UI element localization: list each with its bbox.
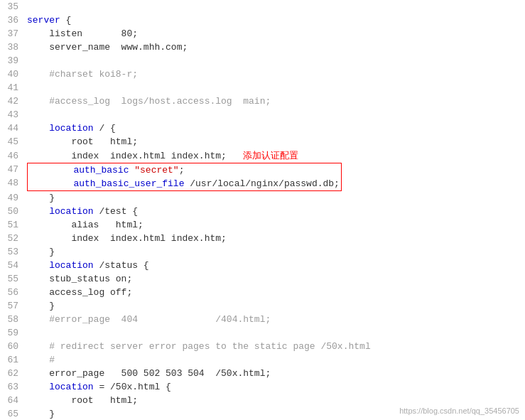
line-num-37: 37 bbox=[0, 27, 27, 41]
line-num-45: 45 bbox=[0, 135, 27, 149]
line-num-44: 44 bbox=[0, 122, 27, 135]
code-line-58: 58 #error_page 404 /404.html; bbox=[0, 313, 525, 326]
code-line-56: 56 access_log off; bbox=[0, 286, 525, 299]
line-content-64: root html; bbox=[27, 394, 525, 407]
boxed-lines-container: 47 48 auth_basic "secret"; auth_basic_us… bbox=[0, 163, 525, 191]
line-num-40: 40 bbox=[0, 68, 27, 81]
line-num-61: 61 bbox=[0, 353, 27, 367]
code-line-40: 40 #charset koi8-r; bbox=[0, 68, 525, 81]
code-line-57: 57 } bbox=[0, 299, 525, 313]
code-line-num-48: 48 bbox=[0, 176, 27, 190]
line-content-53: } bbox=[27, 245, 525, 259]
line-num-52: 52 bbox=[0, 232, 27, 245]
line-num-51: 51 bbox=[0, 218, 27, 232]
line-content-58: #error_page 404 /404.html; bbox=[27, 313, 525, 326]
watermark: https://blog.csdn.net/qq_35456705 bbox=[399, 406, 519, 415]
line-num-50: 50 bbox=[0, 205, 27, 218]
code-line-52: 52 index index.html index.htm; bbox=[0, 232, 525, 245]
line-num-65: 65 bbox=[0, 407, 27, 420]
code-line-50: 50 location /test { bbox=[0, 205, 525, 218]
line-content-37: listen 80; bbox=[27, 27, 525, 41]
code-line-46: 46 index index.html index.htm; 添加认证配置 bbox=[0, 149, 525, 163]
line-num-46: 46 bbox=[0, 149, 27, 163]
code-line-59: 59 bbox=[0, 326, 525, 340]
line-content-63: location = /50x.html { bbox=[27, 380, 525, 394]
code-container: 35 36 server { 37 listen 80; 38 server_n… bbox=[0, 0, 525, 420]
line-num-58: 58 bbox=[0, 313, 27, 326]
line-content-45: root html; bbox=[27, 135, 525, 149]
line-num-63: 63 bbox=[0, 380, 27, 394]
code-line-41: 41 bbox=[0, 81, 525, 95]
line-num-55: 55 bbox=[0, 272, 27, 286]
code-line-62: 62 error_page 500 502 503 504 /50x.html; bbox=[0, 367, 525, 380]
line-content-40: #charset koi8-r; bbox=[27, 68, 525, 81]
line-content-38: server_name www.mhh.com; bbox=[27, 41, 525, 54]
line-num-60: 60 bbox=[0, 340, 27, 353]
code-line-49: 49 } bbox=[0, 191, 525, 205]
line-num-49: 49 bbox=[0, 191, 27, 205]
line-num-62: 62 bbox=[0, 367, 27, 380]
annotation-text: 添加认证配置 bbox=[243, 150, 298, 161]
line-num-42: 42 bbox=[0, 95, 27, 108]
line-num-54: 54 bbox=[0, 259, 27, 272]
code-line-42: 42 #access_log logs/host.access.log main… bbox=[0, 95, 525, 108]
line-num-57: 57 bbox=[0, 299, 27, 313]
line-content-50: location /test { bbox=[27, 205, 525, 218]
code-line-55: 55 stub_status on; bbox=[0, 272, 525, 286]
code-line-51: 51 alias html; bbox=[0, 218, 525, 232]
line-content-48: auth_basic_user_file /usr/local/nginx/pa… bbox=[29, 177, 340, 190]
line-content-61: # bbox=[27, 353, 525, 367]
code-line-53: 53 } bbox=[0, 245, 525, 259]
line-num-64: 64 bbox=[0, 394, 27, 407]
line-numbers-47-48: 47 48 bbox=[0, 163, 27, 190]
code-line-64: 64 root html; bbox=[0, 394, 525, 407]
line-num-39: 39 bbox=[0, 54, 27, 68]
line-content-49: } bbox=[27, 191, 525, 205]
code-line-60: 60 # redirect server error pages to the … bbox=[0, 340, 525, 353]
line-num-59: 59 bbox=[0, 326, 27, 340]
line-num-56: 56 bbox=[0, 286, 27, 299]
code-line-39: 39 bbox=[0, 54, 525, 68]
line-num-36: 36 bbox=[0, 14, 27, 27]
code-line-35: 35 bbox=[0, 0, 525, 14]
line-num-53: 53 bbox=[0, 245, 27, 259]
code-line-43: 43 bbox=[0, 108, 525, 122]
line-content-55: stub_status on; bbox=[27, 272, 525, 286]
line-content-47: auth_basic "secret"; bbox=[29, 163, 340, 177]
line-num-35: 35 bbox=[0, 0, 27, 14]
line-content-44: location / { bbox=[27, 122, 525, 135]
code-line-36: 36 server { bbox=[0, 14, 525, 27]
line-content-52: index index.html index.htm; bbox=[27, 232, 525, 245]
code-line-44: 44 location / { bbox=[0, 122, 525, 135]
line-num-48: 48 bbox=[0, 176, 27, 190]
line-content-54: location /status { bbox=[27, 259, 525, 272]
code-line-38: 38 server_name www.mhh.com; bbox=[0, 41, 525, 54]
red-border-block: auth_basic "secret"; auth_basic_user_fil… bbox=[27, 163, 342, 191]
line-num-41: 41 bbox=[0, 81, 27, 95]
code-line-num-47: 47 bbox=[0, 163, 27, 176]
line-content-60: # redirect server error pages to the sta… bbox=[27, 340, 525, 353]
line-content-62: error_page 500 502 503 504 /50x.html; bbox=[27, 367, 525, 380]
line-content-36: server { bbox=[27, 14, 525, 27]
line-num-38: 38 bbox=[0, 41, 27, 54]
code-line-45: 45 root html; bbox=[0, 135, 525, 149]
code-line-61: 61 # bbox=[0, 353, 525, 367]
line-num-43: 43 bbox=[0, 108, 27, 122]
code-line-63: 63 location = /50x.html { bbox=[0, 380, 525, 394]
code-line-54: 54 location /status { bbox=[0, 259, 525, 272]
line-content-46: index index.html index.htm; 添加认证配置 bbox=[27, 149, 525, 163]
line-num-47: 47 bbox=[0, 163, 27, 176]
line-content-51: alias html; bbox=[27, 218, 525, 232]
line-content-57: } bbox=[27, 299, 525, 313]
code-line-37: 37 listen 80; bbox=[0, 27, 525, 41]
line-content-56: access_log off; bbox=[27, 286, 525, 299]
line-content-42: #access_log logs/host.access.log main; bbox=[27, 95, 525, 108]
